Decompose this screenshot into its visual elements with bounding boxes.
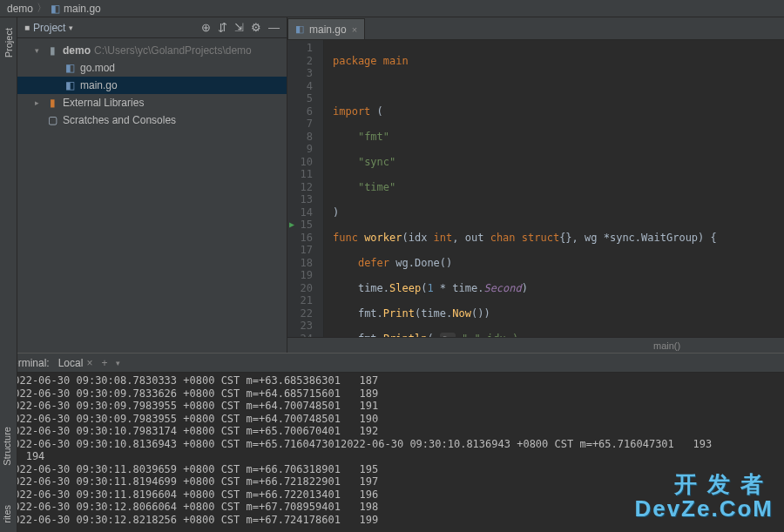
collapse-icon[interactable]: ⇲ <box>234 21 244 34</box>
editor-breadcrumb[interactable]: main() <box>287 337 784 353</box>
editor-body[interactable]: 1234 5678 9101112 13141516 17181920 2122… <box>287 40 784 337</box>
tree-root-label: demo <box>63 44 91 57</box>
terminal-tab-local[interactable]: Local × <box>58 357 93 369</box>
editor-tab-maingo[interactable]: ◧ main.go × <box>287 18 365 39</box>
editor-gutter[interactable]: 1234 5678 9101112 13141516 17181920 2122… <box>287 40 324 337</box>
project-dropdown-icon[interactable]: ■ <box>24 23 30 32</box>
left-sidebar: Project <box>0 17 17 353</box>
chevron-down-icon[interactable]: ▾ <box>69 24 73 32</box>
terminal-output[interactable]: 2022-06-30 09:30:08.7830333 +0800 CST m=… <box>0 373 784 532</box>
terminal-header: Terminal: Local × + ▾ <box>0 354 784 373</box>
scratch-icon: ▢ <box>45 114 59 126</box>
breadcrumb-file[interactable]: main.go <box>64 3 101 15</box>
editor-tabs: ◧ main.go × <box>287 17 784 40</box>
chevron-down-icon[interactable]: ▾ <box>116 359 120 367</box>
close-icon[interactable]: × <box>86 357 92 369</box>
project-panel: ■ Project ▾ ⊕ ⇵ ⇲ ⚙ — ▾ ▮ demo C:\Users\… <box>17 17 287 353</box>
editor-panel: ◧ main.go × 1234 5678 9101112 13141516 1… <box>287 17 784 353</box>
editor-code[interactable]: package main import ( "fmt" "sync" "time… <box>324 40 784 337</box>
tree-file-gomod[interactable]: ◧ go.mod <box>17 59 287 77</box>
terminal-panel: Terminal: Local × + ▾ 2022-06-30 09:30:0… <box>0 353 784 532</box>
tree-scratches[interactable]: ▢ Scratches and Consoles <box>17 111 287 129</box>
locate-icon[interactable]: ⊕ <box>201 21 211 34</box>
structure-tool-tab[interactable]: Structure <box>0 421 14 471</box>
library-icon: ▮ <box>45 97 59 109</box>
expand-icon[interactable]: ⇵ <box>218 21 227 34</box>
left-sidebar-bottom: rites Structure <box>0 353 17 532</box>
breadcrumb-sep: 〉 <box>37 1 47 16</box>
favorites-tool-tab[interactable]: rites <box>0 500 14 529</box>
tree-root-folder[interactable]: ▾ ▮ demo C:\Users\yc\GolandProjects\demo <box>17 42 287 59</box>
add-terminal-icon[interactable]: + <box>101 357 107 369</box>
tree-scratches-label: Scratches and Consoles <box>63 114 176 126</box>
tree-external-libs[interactable]: ▸ ▮ External Libraries <box>17 94 287 111</box>
project-tree: ▾ ▮ demo C:\Users\yc\GolandProjects\demo… <box>17 38 287 132</box>
go-file-icon: ◧ <box>63 79 77 91</box>
breadcrumb-project[interactable]: demo <box>7 3 33 15</box>
project-panel-header: ■ Project ▾ ⊕ ⇵ ⇲ ⚙ — <box>17 17 287 38</box>
tree-external-label: External Libraries <box>63 97 144 109</box>
tree-root-path: C:\Users\yc\GolandProjects\demo <box>94 44 252 57</box>
go-file-icon: ◧ <box>63 62 77 74</box>
close-icon[interactable]: × <box>352 24 357 35</box>
tree-file-label: go.mod <box>80 62 115 74</box>
editor-tab-label: main.go <box>309 24 347 36</box>
chevron-down-icon[interactable]: ▾ <box>35 46 45 55</box>
project-tool-tab[interactable]: Project <box>2 21 16 64</box>
go-file-icon: ◧ <box>295 24 304 35</box>
chevron-right-icon[interactable]: ▸ <box>35 98 45 107</box>
tree-file-label: main.go <box>80 79 118 91</box>
editor-breadcrumb-fn: main() <box>653 340 680 351</box>
run-gutter-icon[interactable]: ▶ <box>289 219 294 232</box>
breadcrumb: demo 〉 ◧ main.go <box>0 0 784 17</box>
tree-file-maingo[interactable]: ◧ main.go <box>17 77 287 94</box>
gear-icon[interactable]: ⚙ <box>251 21 261 34</box>
folder-icon: ▮ <box>45 44 59 57</box>
go-file-icon: ◧ <box>51 3 60 15</box>
project-panel-title[interactable]: Project <box>33 22 65 34</box>
hide-icon[interactable]: — <box>268 21 280 34</box>
